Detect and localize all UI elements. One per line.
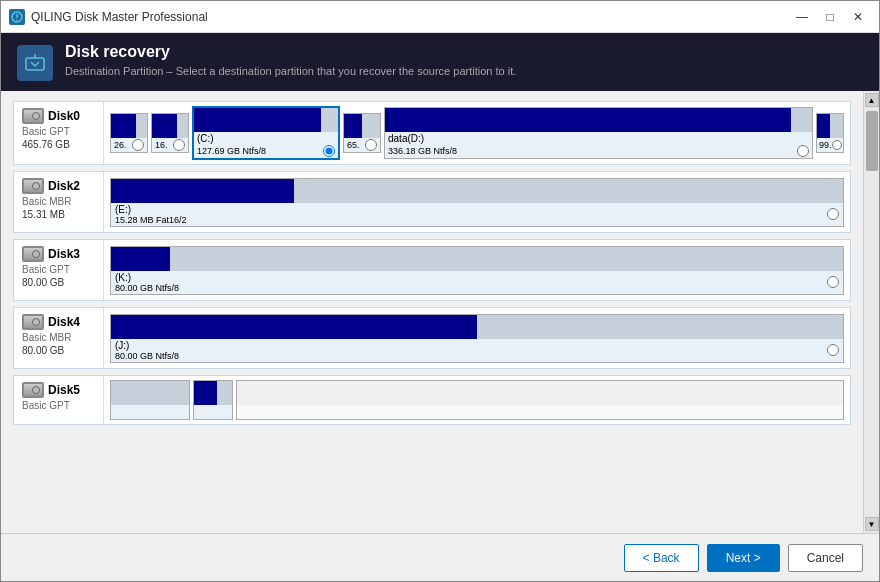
disk-row-disk0: Disk0 Basic GPT 465.76 GB 26. — [13, 101, 851, 165]
main-window: QILING Disk Master Professional — □ ✕ Di… — [0, 0, 880, 582]
disk4-header: Disk4 — [22, 314, 95, 330]
window-controls: — □ ✕ — [789, 7, 871, 27]
disk3-header: Disk3 — [22, 246, 95, 262]
disk0-part5-drive: data(D:) — [385, 132, 812, 145]
disk4-part1-radio[interactable] — [827, 344, 839, 356]
disk0-part4-radio[interactable] — [365, 139, 377, 151]
disk4-size: 80.00 GB — [22, 345, 95, 356]
disk0-part3-drive: (C:) — [194, 132, 338, 145]
disk0-part5-size: 336.18 GB Ntfs/8 — [388, 146, 457, 156]
disk0-part5: data(D:) 336.18 GB Ntfs/8 — [384, 107, 813, 159]
content-area: Disk0 Basic GPT 465.76 GB 26. — [1, 91, 879, 533]
disk4-icon — [22, 314, 44, 330]
disk2-part1-drive: (E:) — [115, 204, 187, 215]
disk3-icon — [22, 246, 44, 262]
disk0-part2-radio[interactable] — [173, 139, 185, 151]
disk3-info: Disk3 Basic GPT 80.00 GB — [14, 240, 104, 300]
disk-list: Disk0 Basic GPT 465.76 GB 26. — [1, 91, 863, 533]
disk0-part3-radio[interactable] — [323, 145, 335, 157]
disk0-icon — [22, 108, 44, 124]
disk4-partitions: (J:) 80.00 GB Ntfs/8 — [104, 308, 850, 368]
disk2-part1-size: 15.28 MB Fat16/2 — [115, 215, 187, 225]
svg-rect-3 — [26, 58, 44, 70]
maximize-button[interactable]: □ — [817, 7, 843, 27]
disk5-type: Basic GPT — [22, 400, 95, 411]
disk0-size: 465.76 GB — [22, 139, 95, 150]
disk0-part1-radio[interactable] — [132, 139, 144, 151]
disk0-part4: 65. — [343, 113, 381, 153]
disk2-part1-radio[interactable] — [827, 208, 839, 220]
disk4-part1-drive: (J:) — [115, 340, 179, 351]
scroll-down-arrow[interactable]: ▼ — [865, 517, 879, 531]
disk0-name: Disk0 — [48, 109, 80, 123]
disk0-part6: 99. — [816, 113, 844, 153]
disk0-info: Disk0 Basic GPT 465.76 GB — [14, 102, 104, 164]
disk3-type: Basic GPT — [22, 264, 95, 275]
header-icon — [17, 45, 53, 81]
title-bar-left: QILING Disk Master Professional — [9, 9, 208, 25]
header-text: Disk recovery Destination Partition – Se… — [65, 43, 516, 77]
disk2-info: Disk2 Basic MBR 15.31 MB — [14, 172, 104, 232]
disk0-part1-label: 26. — [114, 140, 127, 150]
disk4-part1-size: 80.00 GB Ntfs/8 — [115, 351, 179, 361]
disk4-info: Disk4 Basic MBR 80.00 GB — [14, 308, 104, 368]
disk3-size: 80.00 GB — [22, 277, 95, 288]
app-title: QILING Disk Master Professional — [31, 10, 208, 24]
disk0-part3: (C:) 127.69 GB Ntfs/8 — [192, 106, 340, 160]
disk2-part1: (E:) 15.28 MB Fat16/2 — [110, 178, 844, 227]
disk-row-disk4: Disk4 Basic MBR 80.00 GB (J:) 80.00 GB N… — [13, 307, 851, 369]
svg-point-2 — [16, 19, 18, 21]
cancel-button[interactable]: Cancel — [788, 544, 863, 572]
disk5-name: Disk5 — [48, 383, 80, 397]
disk2-header: Disk2 — [22, 178, 95, 194]
page-subtitle: Destination Partition – Select a destina… — [65, 65, 516, 77]
disk0-part2-label: 16. — [155, 140, 168, 150]
disk2-partitions: (E:) 15.28 MB Fat16/2 — [104, 172, 850, 232]
disk5-partitions — [104, 376, 850, 424]
disk2-name: Disk2 — [48, 179, 80, 193]
minimize-button[interactable]: — — [789, 7, 815, 27]
footer: < Back Next > Cancel — [1, 533, 879, 581]
page-header: Disk recovery Destination Partition – Se… — [1, 33, 879, 91]
disk3-part1-size: 80.00 GB Ntfs/8 — [115, 283, 179, 293]
scrollbar-thumb[interactable] — [866, 111, 878, 171]
disk3-part1: (K:) 80.00 GB Ntfs/8 — [110, 246, 844, 295]
disk3-part1-drive: (K:) — [115, 272, 179, 283]
next-button[interactable]: Next > — [707, 544, 780, 572]
disk0-part2: 16. — [151, 113, 189, 153]
disk4-part1: (J:) 80.00 GB Ntfs/8 — [110, 314, 844, 363]
disk3-partitions: (K:) 80.00 GB Ntfs/8 — [104, 240, 850, 300]
disk5-part1 — [110, 380, 190, 420]
disk4-type: Basic MBR — [22, 332, 95, 343]
title-bar: QILING Disk Master Professional — □ ✕ — [1, 1, 879, 33]
disk0-partitions: 26. 16. (C:) — [104, 102, 850, 164]
back-button[interactable]: < Back — [624, 544, 699, 572]
disk0-part5-radio[interactable] — [797, 145, 809, 157]
disk3-part1-radio[interactable] — [827, 276, 839, 288]
app-icon — [9, 9, 25, 25]
disk3-name: Disk3 — [48, 247, 80, 261]
disk0-part6-radio[interactable] — [832, 139, 842, 151]
disk5-part2 — [193, 380, 233, 420]
disk0-part1: 26. — [110, 113, 148, 153]
scroll-up-arrow[interactable]: ▲ — [865, 93, 879, 107]
disk0-part3-size: 127.69 GB Ntfs/8 — [197, 146, 266, 156]
disk2-size: 15.31 MB — [22, 209, 95, 220]
close-button[interactable]: ✕ — [845, 7, 871, 27]
disk0-header: Disk0 — [22, 108, 95, 124]
disk-row-disk2: Disk2 Basic MBR 15.31 MB (E:) 15.28 MB F… — [13, 171, 851, 233]
disk-row-disk5: Disk5 Basic GPT — [13, 375, 851, 425]
disk5-icon — [22, 382, 44, 398]
disk0-part6-label: 99. — [819, 140, 832, 150]
disk2-type: Basic MBR — [22, 196, 95, 207]
disk5-part3 — [236, 380, 844, 420]
scrollbar[interactable]: ▲ ▼ — [863, 91, 879, 533]
disk0-type: Basic GPT — [22, 126, 95, 137]
disk4-name: Disk4 — [48, 315, 80, 329]
disk2-icon — [22, 178, 44, 194]
disk0-part4-label: 65. — [347, 140, 360, 150]
disk5-info: Disk5 Basic GPT — [14, 376, 104, 424]
page-title: Disk recovery — [65, 43, 516, 61]
disk5-header: Disk5 — [22, 382, 95, 398]
disk-row-disk3: Disk3 Basic GPT 80.00 GB (K:) 80.00 GB N… — [13, 239, 851, 301]
